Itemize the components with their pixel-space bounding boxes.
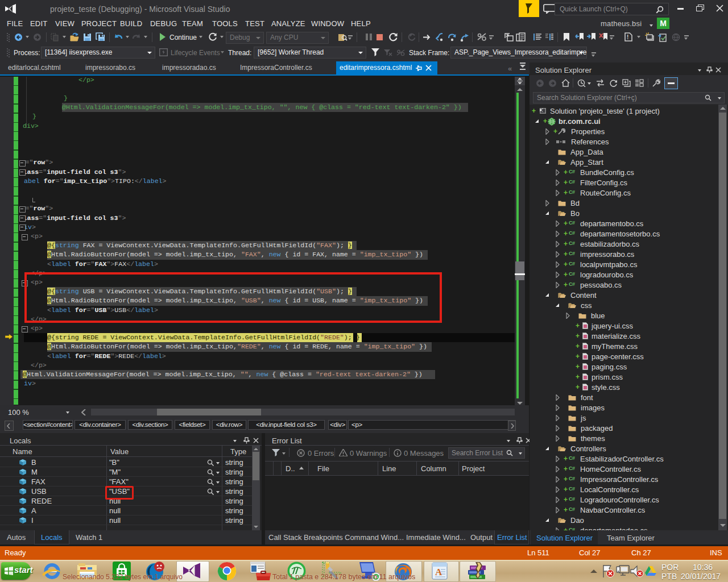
svg-text:!: ! <box>627 34 628 40</box>
